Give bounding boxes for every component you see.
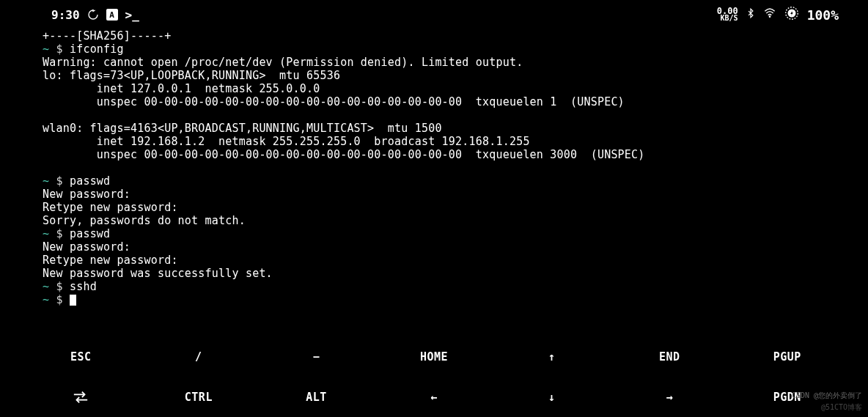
watermark-51cto: @51CTO博客 (821, 402, 862, 413)
key-alt[interactable]: ALT (257, 377, 375, 417)
terminal-output[interactable]: +----[SHA256]-----+~ $ ifconfigWarning: … (0, 29, 868, 336)
keyboard-indicator-icon: A (106, 9, 118, 21)
terminal-line: +----[SHA256]-----+ (43, 29, 868, 43)
key-right[interactable]: → (611, 377, 729, 417)
command-text: passwd (70, 227, 110, 240)
terminal-line (43, 108, 868, 122)
terminal-line: New password: (43, 240, 868, 254)
bluetooth-icon (746, 7, 756, 22)
prompt-tilde: ~ (43, 227, 49, 240)
prompt-dollar: $ (49, 43, 70, 56)
terminal-line: ~ $ sshd (43, 280, 868, 293)
key-row-1: ESC / − HOME ↑ END PGUP (22, 336, 846, 377)
key-esc[interactable]: ESC (22, 336, 140, 377)
status-bar-right: 0.00 KB/S 100% (717, 5, 839, 24)
key-home[interactable]: HOME (375, 336, 493, 377)
prompt-tilde: ~ (43, 43, 49, 56)
key-tab[interactable] (22, 377, 140, 417)
status-bar-left: 9:30 A >_ (51, 8, 139, 22)
terminal-line: inet 127.0.0.1 netmask 255.0.0.0 (43, 82, 868, 95)
command-text: ifconfig (70, 43, 124, 56)
cursor (70, 295, 76, 306)
terminal-line: ~ $ ifconfig (43, 43, 868, 56)
battery-charging-icon (784, 5, 800, 24)
key-down[interactable]: ↓ (493, 377, 611, 417)
screen: 9:30 A >_ 0.00 KB/S 100% +----[SHA25 (0, 0, 868, 417)
battery-percent: 100% (807, 7, 839, 23)
terminal-line: Sorry, passwords do not match. (43, 214, 868, 227)
terminal-line: inet 192.168.1.2 netmask 255.255.255.0 b… (43, 135, 868, 148)
prompt-tilde: ~ (43, 174, 49, 188)
terminal-line (43, 161, 868, 174)
wifi-icon (763, 7, 776, 22)
prompt-dollar: $ (49, 293, 70, 306)
prompt-tilde: ~ (43, 280, 49, 293)
terminal-line: Retype new password: (43, 254, 868, 267)
tab-icon (73, 391, 89, 404)
key-end[interactable]: END (611, 336, 729, 377)
prompt-dollar: $ (49, 174, 70, 188)
terminal-line: wlan0: flags=4163<UP,BROADCAST,RUNNING,M… (43, 122, 868, 135)
key-slash[interactable]: / (140, 336, 258, 377)
key-pgup[interactable]: PGUP (728, 336, 846, 377)
svg-point-0 (769, 16, 770, 17)
terminal-line: Retype new password: (43, 201, 868, 214)
clock: 9:30 (51, 8, 80, 22)
terminal-prompt-icon: >_ (125, 8, 139, 22)
terminal-line: New password was successfully set. (43, 267, 868, 280)
terminal-line: ~ $ (43, 293, 868, 306)
extra-key-rows: ESC / − HOME ↑ END PGUP CTRL ALT ← ↓ → P… (0, 336, 868, 417)
terminal-line: unspec 00-00-00-00-00-00-00-00-00-00-00-… (43, 95, 868, 108)
terminal-line: ~ $ passwd (43, 227, 868, 240)
prompt-tilde: ~ (43, 293, 49, 306)
terminal-line: unspec 00-00-00-00-00-00-00-00-00-00-00-… (43, 148, 868, 161)
sync-icon (87, 9, 99, 21)
prompt-dollar: $ (49, 227, 70, 240)
terminal-line: New password: (43, 188, 868, 201)
watermark-csdn: CSDN @您的外卖倒了 (792, 391, 862, 401)
prompt-dollar: $ (49, 280, 70, 293)
command-text: sshd (70, 280, 97, 293)
key-row-2: CTRL ALT ← ↓ → PGDN (22, 377, 846, 417)
key-left[interactable]: ← (375, 377, 493, 417)
status-bar: 9:30 A >_ 0.00 KB/S 100% (0, 0, 868, 29)
key-up[interactable]: ↑ (493, 336, 611, 377)
key-ctrl[interactable]: CTRL (140, 377, 258, 417)
key-dash[interactable]: − (257, 336, 375, 377)
terminal-line: Warning: cannot open /proc/net/dev (Perm… (43, 56, 868, 69)
network-speed: 0.00 KB/S (717, 7, 738, 22)
terminal-line: ~ $ passwd (43, 174, 868, 188)
terminal-line: lo: flags=73<UP,LOOPBACK,RUNNING> mtu 65… (43, 69, 868, 82)
command-text: passwd (70, 174, 110, 188)
